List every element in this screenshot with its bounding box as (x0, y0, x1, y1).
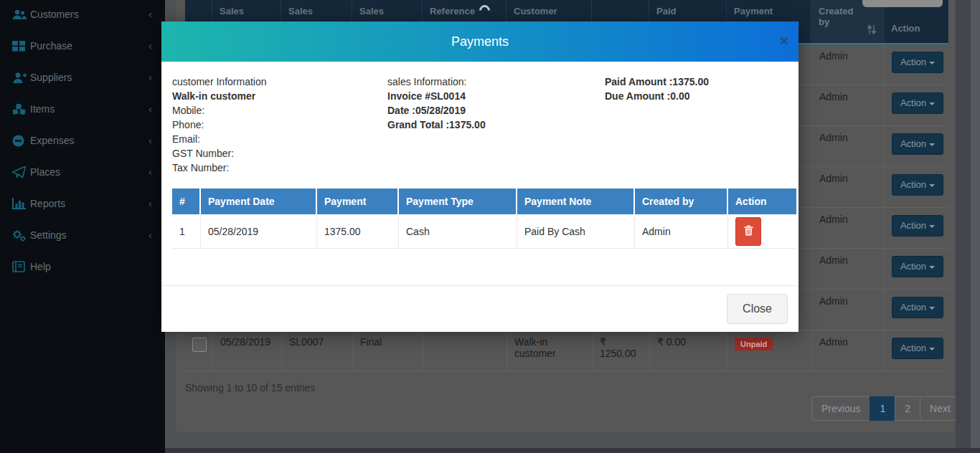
sales-info-heading: sales Information: (387, 75, 486, 89)
sidebar-item-customers[interactable]: Customers ‹ (0, 1, 165, 30)
created-by-cell: Admin (811, 208, 884, 248)
action-dropdown-button[interactable]: Action (892, 215, 943, 237)
pagination-page-1[interactable]: 1 (870, 396, 895, 421)
payments-table: # Payment Date Payment Payment Type Paym… (172, 189, 796, 249)
sidebar-item-purchase[interactable]: Purchase ‹ (0, 33, 165, 62)
chevron-left-icon: ‹ (149, 102, 152, 115)
created-by-cell: Admin (811, 290, 884, 330)
caret-down-icon (929, 102, 935, 105)
action-dropdown-button[interactable]: Action (892, 297, 943, 318)
chevron-left-icon: ‹ (149, 39, 152, 52)
sidebar-item-settings[interactable]: Settings ‹ (0, 222, 165, 251)
sidebar-item-help[interactable]: Help (0, 254, 165, 282)
total-cell: ₹ 1250.00 (592, 330, 649, 371)
sales-grand-total: Grand Total :1375.00 (387, 118, 486, 132)
modal-title: Payments (161, 22, 798, 62)
sidebar-item-label: Purchase (30, 40, 72, 52)
caret-down-icon (929, 143, 935, 146)
sales-date-cell: 05/28/2019 (212, 330, 281, 371)
pagination: Previous 1 2 Next (811, 396, 961, 421)
sidebar-item-reports[interactable]: Reports ‹ (0, 191, 165, 219)
delete-payment-button[interactable] (735, 217, 761, 246)
customer-phone-label: Phone: (172, 118, 267, 132)
chevron-left-icon: ‹ (149, 166, 152, 178)
sidebar-item-suppliers[interactable]: Suppliers ‹ (0, 65, 165, 93)
close-icon[interactable]: × (780, 33, 788, 49)
sales-status-cell: Final (352, 330, 423, 371)
created-by-cell: Admin (811, 85, 884, 125)
minus-circle-icon (12, 135, 27, 148)
action-dropdown-button[interactable]: Action (892, 256, 943, 277)
payments-column-payment: Payment (317, 189, 399, 214)
sales-invoice: Invoice #SL0014 (387, 89, 486, 103)
modal-footer: Close (161, 285, 798, 332)
payments-column-note: Payment Note (517, 189, 635, 214)
payment-number-cell: 1 (172, 214, 201, 248)
page-footer-strip (165, 448, 980, 453)
sidebar-item-label: Suppliers (30, 72, 72, 83)
sidebar-item-places[interactable]: Places ‹ (0, 159, 165, 188)
cubes-icon (12, 103, 27, 116)
customer-email-label: Email: (172, 132, 267, 146)
paid-cell: ₹ 0.00 (649, 330, 727, 371)
payments-column-action: Action (728, 189, 796, 214)
sales-date: Date :05/28/2019 (387, 103, 486, 118)
action-dropdown-button[interactable]: Action (892, 52, 943, 73)
sidebar-item-items[interactable]: Items ‹ (0, 96, 165, 125)
action-dropdown-button[interactable]: Action (892, 133, 943, 155)
paid-amount: Paid Amount :1375.00 (605, 75, 709, 89)
chevron-left-icon: ‹ (149, 8, 152, 20)
close-button[interactable]: Close (727, 294, 788, 324)
pagination-page-2[interactable]: 2 (895, 396, 920, 421)
sidebar-item-expenses[interactable]: Expenses ‹ (0, 128, 165, 156)
user-plus-icon (12, 72, 27, 85)
sidebar: Customers ‹ Purchase ‹ Suppliers ‹ Items… (0, 0, 165, 453)
sort-icon (867, 24, 876, 37)
action-dropdown-button[interactable]: Action (892, 338, 943, 359)
chevron-left-icon: ‹ (149, 71, 152, 83)
payments-column-created-by: Created by (635, 189, 728, 214)
payment-status-badge: Unpaid (735, 338, 773, 351)
customer-mobile-label: Mobile: (172, 103, 267, 118)
bar-chart-icon (12, 198, 27, 211)
sidebar-item-label: Help (30, 261, 51, 272)
chevron-left-icon: ‹ (149, 229, 152, 241)
action-dropdown-button[interactable]: Action (892, 174, 943, 196)
customer-cell: Walk-in customer (507, 330, 592, 371)
sidebar-item-label: Expenses (30, 135, 74, 146)
payments-table-header: # Payment Date Payment Payment Type Paym… (172, 189, 796, 214)
caret-down-icon (929, 348, 935, 351)
loading-arc-icon (477, 3, 492, 18)
sales-information-block: sales Information: Invoice #SL0014 Date … (387, 75, 486, 132)
modal-header: Payments × (161, 22, 798, 62)
grid-icon (12, 40, 27, 53)
customer-info-heading: customer Information (172, 75, 267, 89)
payments-column-number: # (172, 189, 201, 214)
pagination-previous-button[interactable]: Previous (811, 396, 870, 421)
customer-gst-label: GST Number: (172, 146, 267, 161)
paper-plane-icon (12, 166, 27, 179)
trash-icon (744, 225, 753, 238)
table-info-text: Showing 1 to 10 of 15 entries (185, 382, 315, 394)
sidebar-item-label: Items (30, 103, 55, 115)
page-right-gutter (971, 0, 980, 453)
payments-column-date: Payment Date (201, 189, 317, 214)
pagination-next-button[interactable]: Next (920, 396, 961, 421)
caret-down-icon (929, 266, 935, 269)
caret-down-icon (929, 225, 935, 228)
reference-cell (423, 330, 507, 371)
payment-note-cell: Paid By Cash (517, 214, 635, 248)
sidebar-item-label: Customers (30, 9, 79, 20)
page-scrollbar[interactable] (956, 0, 971, 453)
book-icon (12, 261, 27, 274)
caret-down-icon (929, 184, 935, 187)
row-checkbox[interactable] (192, 338, 207, 352)
action-dropdown-button[interactable]: Action (892, 92, 943, 114)
created-by-cell: Admin (811, 167, 884, 207)
payment-date-cell: 05/28/2019 (201, 214, 317, 248)
caret-down-icon (929, 307, 935, 310)
caret-down-icon (929, 62, 935, 65)
payment-row: 1 05/28/2019 1375.00 Cash Paid By Cash A… (172, 214, 796, 249)
payment-amount-cell: 1375.00 (317, 214, 399, 248)
users-icon (12, 9, 27, 22)
